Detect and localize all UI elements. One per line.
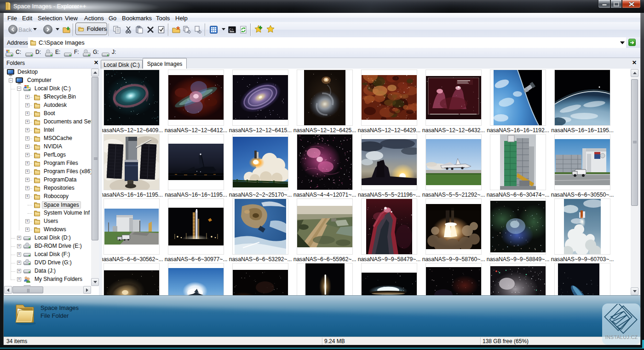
svg-text:C:\: C:\	[229, 28, 233, 31]
